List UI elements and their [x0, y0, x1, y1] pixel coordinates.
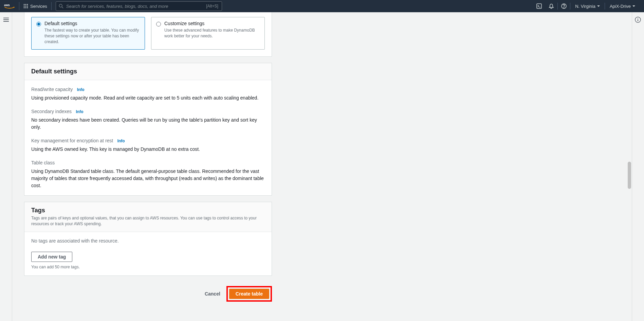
search-icon	[59, 4, 63, 8]
svg-rect-2	[25, 4, 26, 5]
svg-rect-5	[25, 6, 26, 7]
chevron-down-icon	[632, 5, 635, 7]
svg-point-15	[564, 7, 564, 8]
tags-description: Tags are pairs of keys and optional valu…	[31, 215, 265, 227]
hamburger-icon	[3, 17, 9, 22]
help-button[interactable]	[558, 0, 570, 12]
info-link[interactable]: Info	[77, 87, 85, 92]
radio-icon	[156, 22, 161, 26]
info-link[interactable]: Info	[117, 139, 125, 143]
panel-title: Default settings	[31, 68, 265, 75]
default-settings-panel: Default settings Read/write capacity Inf…	[24, 63, 272, 196]
nav-right: N. Virginia ApiX-Drive	[533, 0, 640, 12]
key-management-value: Using the AWS owned key. This key is man…	[31, 146, 265, 153]
region-label: N. Virginia	[575, 4, 595, 9]
help-panel-toggle[interactable]	[633, 15, 643, 24]
cloudshell-button[interactable]	[533, 0, 545, 12]
table-settings-options: Default settings The fastest way to crea…	[24, 12, 272, 57]
tags-title: Tags	[31, 207, 265, 214]
cancel-button[interactable]: Cancel	[203, 288, 222, 299]
key-management-label: Key management for encryption at rest	[31, 138, 113, 143]
svg-point-20	[638, 18, 638, 19]
svg-rect-3	[27, 4, 28, 5]
scrollbar-thumb[interactable]	[628, 162, 631, 189]
info-link[interactable]: Info	[76, 109, 84, 114]
no-tags-message: No tags are associated with the resource…	[31, 238, 265, 244]
search-bar[interactable]: [Alt+S]	[56, 1, 222, 11]
tags-panel: Tags Tags are pairs of keys and optional…	[24, 202, 272, 276]
svg-rect-1	[24, 4, 25, 5]
add-new-tag-button[interactable]: Add new tag	[31, 252, 72, 262]
radio-icon	[36, 22, 41, 26]
notifications-button[interactable]	[545, 0, 557, 12]
default-settings-radio[interactable]: Default settings The fastest way to crea…	[31, 17, 145, 50]
svg-rect-7	[24, 7, 25, 8]
region-selector[interactable]: N. Virginia	[570, 4, 605, 9]
account-label: ApiX-Drive	[610, 4, 631, 9]
table-class-value: Using DynamoDB Standard table class. The…	[31, 168, 265, 189]
grid-icon	[23, 4, 28, 8]
customize-settings-radio[interactable]: Customize settings Use these advanced fe…	[151, 17, 265, 50]
content-area: Default settings The fastest way to crea…	[12, 12, 632, 321]
services-menu[interactable]: Services	[19, 2, 52, 10]
svg-rect-8	[25, 7, 26, 8]
create-table-button[interactable]: Create table	[229, 289, 269, 299]
svg-line-11	[62, 7, 63, 8]
svg-rect-4	[24, 6, 25, 7]
svg-rect-9	[27, 7, 28, 8]
secondary-indexes-value: No secondary indexes have been created. …	[31, 117, 265, 131]
sidebar-toggle[interactable]	[1, 15, 11, 24]
account-selector[interactable]: ApiX-Drive	[605, 4, 640, 9]
secondary-indexes-label: Secondary indexes	[31, 109, 72, 114]
create-button-highlight: Create table	[226, 286, 272, 302]
svg-rect-6	[27, 6, 28, 7]
info-icon	[635, 17, 641, 23]
customize-settings-title: Customize settings	[164, 21, 260, 26]
rw-capacity-label: Read/write capacity	[31, 87, 73, 92]
customize-settings-desc: Use these advanced features to make Dyna…	[164, 28, 260, 39]
rw-capacity-value: Using provisioned capacity mode. Read an…	[31, 94, 265, 102]
search-input[interactable]	[66, 4, 203, 9]
aws-logo[interactable]: aws	[4, 2, 19, 10]
search-shortcut: [Alt+S]	[203, 4, 222, 8]
svg-point-10	[59, 4, 62, 7]
svg-text:aws: aws	[4, 3, 10, 7]
top-nav: aws Services [Alt+S] N. Virginia ApiX-Dr…	[0, 0, 644, 12]
table-class-label: Table class	[31, 160, 55, 165]
chevron-down-icon	[597, 5, 600, 7]
default-settings-title: Default settings	[44, 21, 140, 26]
form-actions: Cancel Create table	[24, 276, 272, 310]
default-settings-desc: The fastest way to create your table. Yo…	[44, 28, 140, 44]
services-label: Services	[30, 4, 47, 9]
tags-remaining-hint: You can add 50 more tags.	[31, 265, 265, 269]
